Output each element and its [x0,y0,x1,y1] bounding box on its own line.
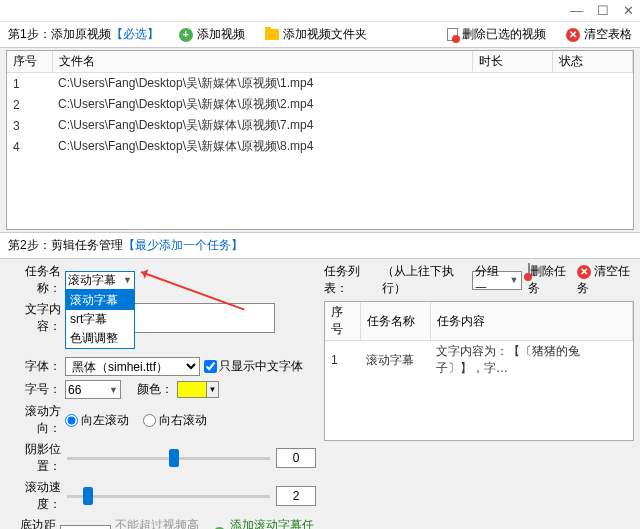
bottom-dist-select[interactable]: 60▼ [60,525,111,530]
table-row[interactable]: 1滚动字幕文字内容为：【〔猪猪的兔子〕】，字… [325,341,633,380]
font-select[interactable]: 黑体（simhei.ttf） [65,357,200,376]
col-seq[interactable]: 序号 [7,51,52,73]
maximize-button[interactable]: ☐ [597,3,609,18]
dropdown-option[interactable]: srt字幕 [66,310,134,329]
task-name-dropdown: 滚动字幕 srt字幕 色调调整 [65,290,135,349]
task-list-label: 任务列表： [324,263,376,297]
bottom-dist-hint: 不能超过视频高度 [115,517,202,529]
speed-value: 2 [276,486,316,506]
clear-table-button[interactable]: ✕ 清空表格 [566,26,632,43]
table-row[interactable]: 3C:\Users\Fang\Desktop\吴\新媒体\原视频\7.mp4 [7,115,633,136]
step2-header: 第2步：剪辑任务管理【最少添加一个任务】 [0,232,640,259]
col-duration[interactable]: 时长 [473,51,553,73]
bottom-dist-label: 底边距离： [6,517,56,529]
step1-title: 第1步：添加原视频【必选】 [8,26,159,43]
shadow-pos-slider[interactable] [67,448,270,468]
font-label: 字体： [6,358,61,375]
clear-tasks-button[interactable]: ✕ 清空任务 [577,263,634,297]
x-icon: ✕ [577,265,591,279]
color-picker[interactable]: ▼ [177,381,219,398]
task-list-hint: （从上往下执行） [382,263,466,297]
task-form: 任务名称： 滚动字幕▼ 滚动字幕 srt字幕 色调调整 文字内容： 字体： 黑体… [6,263,316,529]
x-icon: ✕ [566,28,580,42]
size-label: 字号： [6,381,61,398]
close-button[interactable]: ✕ [623,3,634,18]
group-select[interactable]: 分组一▼ [472,271,522,290]
add-folder-button[interactable]: 添加视频文件夹 [265,26,367,43]
size-select[interactable]: 66▼ [65,380,121,399]
table-row[interactable]: 1C:\Users\Fang\Desktop\吴\新媒体\原视频\1.mp4 [7,73,633,95]
speed-label: 滚动速度： [6,479,61,513]
video-table[interactable]: 序号 文件名 时长 状态 1C:\Users\Fang\Desktop\吴\新媒… [6,50,634,230]
scroll-left-radio[interactable]: 向左滚动 [65,412,129,429]
tcol-name[interactable]: 任务名称 [360,302,430,341]
task-name-combo[interactable]: 滚动字幕▼ [65,271,135,290]
shadow-pos-value: 0 [276,448,316,468]
task-list-panel: 任务列表： （从上往下执行） 分组一▼ 删除任务 ✕ 清空任务 序号 任务名称 … [324,263,634,529]
col-status[interactable]: 状态 [553,51,633,73]
delete-task-button[interactable]: 删除任务 [528,263,572,297]
add-subtitle-task-button[interactable]: + 添加滚动字幕任务 [213,517,316,529]
tcol-content[interactable]: 任务内容 [430,302,633,341]
dropdown-option[interactable]: 色调调整 [66,329,134,348]
plus-icon: + [179,28,193,42]
text-content-label: 文字内容： [6,301,61,335]
table-row[interactable]: 4C:\Users\Fang\Desktop\吴\新媒体\原视频\8.mp4 [7,136,633,157]
tcol-seq[interactable]: 序号 [325,302,360,341]
dropdown-option[interactable]: 滚动字幕 [66,291,134,310]
page-delete-icon [447,28,458,41]
chinese-only-checkbox[interactable]: 只显示中文字体 [204,358,303,375]
table-row[interactable]: 2C:\Users\Fang\Desktop\吴\新媒体\原视频\2.mp4 [7,94,633,115]
step1-header: 第1步：添加原视频【必选】 + 添加视频 添加视频文件夹 删除已选的视频 ✕ 清… [0,22,640,48]
task-table[interactable]: 序号 任务名称 任务内容 1滚动字幕文字内容为：【〔猪猪的兔子〕】，字… [324,301,634,441]
speed-slider[interactable] [67,486,270,506]
window-titlebar: — ☐ ✕ [0,0,640,22]
folder-icon [265,29,279,40]
scroll-right-radio[interactable]: 向右滚动 [143,412,207,429]
add-video-button[interactable]: + 添加视频 [179,26,245,43]
col-filename[interactable]: 文件名 [52,51,473,73]
page-delete-icon [528,263,530,279]
minimize-button[interactable]: — [570,3,583,18]
direction-label: 滚动方向： [6,403,61,437]
chevron-down-icon: ▼ [123,275,132,285]
color-label: 颜色： [137,381,173,398]
shadow-pos-label: 阴影位置： [6,441,61,475]
task-name-label: 任务名称： [6,263,61,297]
delete-selected-button[interactable]: 删除已选的视频 [447,26,546,43]
